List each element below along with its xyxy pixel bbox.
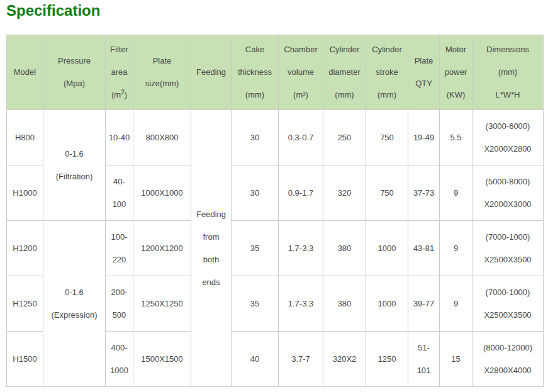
cell-feeding-merged: Feedingfrombothends — [191, 110, 232, 387]
cell-dimensions: (3000-6000)X2000X2800 — [473, 110, 544, 165]
cell-motor-power: 5.5 — [440, 110, 473, 165]
cell-plate-qty: 19-49 — [408, 110, 440, 165]
col-header-filter-area: Filterarea(m2) — [106, 35, 133, 110]
cell-cylinder-diameter: 250 — [323, 110, 366, 165]
col-header-model: Model — [7, 35, 43, 110]
cell-cylinder-stroke: 750 — [366, 165, 408, 221]
cell-pressure-filtration: 0-1.6(Filtration) — [43, 110, 106, 221]
table-row: H800 0-1.6(Filtration) 10-40 800X800 Fee… — [7, 110, 544, 165]
table-header-row: Model Pressure(Mpa) Filterarea(m2) Plate… — [7, 35, 544, 110]
table-row: H1200 0-1.6(Expression) 100-220 1200X120… — [7, 221, 544, 276]
cell-filter-area: 200-500 — [106, 276, 133, 332]
cell-chamber-volume: 1.7-3.3 — [279, 276, 323, 332]
cell-motor-power: 9 — [440, 221, 473, 276]
col-header-plate-qty: PlateQTY — [408, 35, 440, 110]
cell-model: H1250 — [7, 276, 43, 332]
col-header-cylinder-diameter: Cylinderdiameter(mm) — [323, 35, 366, 110]
cell-chamber-volume: 3.7-7 — [279, 332, 323, 387]
cell-cylinder-stroke: 750 — [366, 110, 408, 165]
cell-chamber-volume: 1.7-3.3 — [279, 221, 323, 276]
cell-plate-size: 1500X1500 — [133, 332, 191, 387]
specification-table: Model Pressure(Mpa) Filterarea(m2) Plate… — [6, 35, 544, 387]
cell-motor-power: 9 — [440, 165, 473, 221]
col-header-chamber-volume: Chambervolume(m³) — [279, 35, 323, 110]
cell-motor-power: 9 — [440, 276, 473, 332]
cell-plate-size: 1250X1250 — [133, 276, 191, 332]
col-header-pressure: Pressure(Mpa) — [43, 35, 106, 110]
cell-cylinder-diameter: 380 — [323, 221, 366, 276]
cell-plate-size: 1000X1000 — [133, 165, 191, 221]
cell-cake-thickness: 30 — [232, 110, 279, 165]
cell-cake-thickness: 35 — [232, 221, 279, 276]
cell-dimensions: (7000-1000)X2500X3500 — [473, 276, 544, 332]
cell-plate-size: 800X800 — [133, 110, 191, 165]
cell-cake-thickness: 40 — [232, 332, 279, 387]
cell-model: H800 — [7, 110, 43, 165]
cell-filter-area: 100-220 — [106, 221, 133, 276]
cell-cylinder-stroke: 1000 — [366, 276, 408, 332]
cell-plate-size: 1200X1200 — [133, 221, 191, 276]
cell-cake-thickness: 35 — [232, 276, 279, 332]
col-header-plate-size: Platesize(mm) — [133, 35, 191, 110]
cell-cylinder-diameter: 380 — [323, 276, 366, 332]
cell-plate-qty: 37-73 — [408, 165, 440, 221]
cell-model: H1000 — [7, 165, 43, 221]
col-header-feeding: Feeding — [191, 35, 232, 110]
cell-model: H1500 — [7, 332, 43, 387]
col-header-cake-thickness: Cakethickness(mm) — [232, 35, 279, 110]
cell-chamber-volume: 0.3-0.7 — [279, 110, 323, 165]
cell-filter-area: 400-1000 — [106, 332, 133, 387]
cell-filter-area: 40-100 — [106, 165, 133, 221]
cell-motor-power: 15 — [440, 332, 473, 387]
cell-filter-area: 10-40 — [106, 110, 133, 165]
cell-cylinder-diameter: 320X2 — [323, 332, 366, 387]
cell-cylinder-stroke: 1250 — [366, 332, 408, 387]
cell-dimensions: (7000-1000)X2500X3500 — [473, 221, 544, 276]
cell-cylinder-diameter: 320 — [323, 165, 366, 221]
cell-dimensions: (8000-12000)X2800X4000 — [473, 332, 544, 387]
cell-cylinder-stroke: 1000 — [366, 221, 408, 276]
col-header-motor-power: Motorpower(KW) — [440, 35, 473, 110]
page-title: Specification — [6, 2, 548, 20]
col-header-cylinder-stroke: Cylinderstroke(mm) — [366, 35, 408, 110]
cell-plate-qty: 39-77 — [408, 276, 440, 332]
cell-model: H1200 — [7, 221, 43, 276]
col-header-dimensions: Dimensions(mm)L*W*H — [473, 35, 544, 110]
cell-plate-qty: 43-81 — [408, 221, 440, 276]
cell-chamber-volume: 0.9-1.7 — [279, 165, 323, 221]
cell-dimensions: (5000-8000)X2000X3000 — [473, 165, 544, 221]
cell-cake-thickness: 30 — [232, 165, 279, 221]
cell-pressure-expression: 0-1.6(Expression) — [43, 221, 106, 387]
cell-plate-qty: 51-101 — [408, 332, 440, 387]
